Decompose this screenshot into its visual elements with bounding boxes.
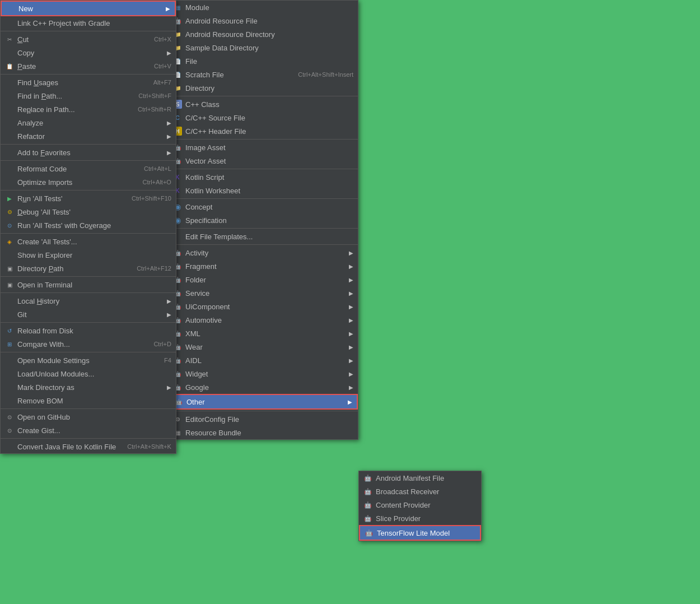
menu-item-debug-tests[interactable]: ⚙ Debug 'All Tests' (1, 205, 176, 219)
menu-item-load-unload[interactable]: Load/Unload Modules... (1, 367, 176, 380)
favorites-arrow: ▶ (167, 150, 171, 156)
menu-item-cut[interactable]: ✂ Cut Ctrl+X (1, 32, 176, 46)
menu-item-module[interactable]: ▦ Module (169, 1, 358, 14)
context-menu: New ▶ Link C++ Project with Gradle ✂ Cut… (0, 0, 176, 454)
reload-icon: ↺ (5, 326, 14, 335)
automotive-arrow: ▶ (349, 317, 353, 323)
menu-item-kotlin-worksheet[interactable]: K Kotlin Worksheet (169, 184, 358, 197)
menu-item-aidl[interactable]: 🤖 AIDL ▶ (169, 354, 358, 367)
menu-item-directory-path[interactable]: ▣ Directory Path Ctrl+Alt+F12 (1, 262, 176, 275)
run-icon: ▶ (5, 194, 14, 203)
menu-item-new[interactable]: New ▶ (1, 1, 176, 16)
menu-item-editorconfig[interactable]: ⚙ EditorConfig File (169, 412, 358, 426)
menu-item-create-tests[interactable]: ◈ Create 'All Tests'... (1, 235, 176, 248)
menu-item-open-terminal[interactable]: ▣ Open in Terminal (1, 278, 176, 291)
menu-item-xml[interactable]: 🤖 XML ▶ (169, 327, 358, 340)
menu-item-image-asset[interactable]: 🤖 Image Asset (169, 141, 358, 154)
menu-item-show-explorer[interactable]: Show in Explorer (1, 248, 176, 262)
create-icon: ◈ (5, 237, 14, 246)
menu-item-other[interactable]: 🤖 Other ▶ (169, 394, 358, 410)
separator (169, 169, 358, 169)
menu-item-convert-java[interactable]: Convert Java File to Kotlin File Ctrl+Al… (1, 440, 176, 453)
broadcast-icon: 🤖 (363, 487, 372, 496)
separator (169, 198, 358, 199)
menu-item-scratch-file[interactable]: 📄 Scratch File Ctrl+Alt+Shift+Insert (169, 68, 358, 81)
menu-item-module-settings[interactable]: Open Module Settings F4 (1, 354, 176, 367)
menu-item-copy[interactable]: Copy ▶ (1, 46, 176, 59)
menu-item-vector-asset[interactable]: 🤖 Vector Asset (169, 154, 358, 168)
refactor-icon (5, 132, 14, 141)
menu-item-uicomponent[interactable]: 🤖 UiComponent ▶ (169, 300, 358, 313)
menu-item-find-in-path[interactable]: Find in Path... Ctrl+Shift+F (1, 89, 176, 103)
menu-item-service[interactable]: 🤖 Service ▶ (169, 286, 358, 300)
menu-item-remove-bom[interactable]: Remove BOM (1, 394, 176, 407)
menu-item-run-tests[interactable]: ▶ Run 'All Tests' Ctrl+Shift+F10 (1, 192, 176, 205)
menu-item-concept[interactable]: ◉ Concept (169, 200, 358, 213)
menu-item-directory[interactable]: 📁 Directory (169, 81, 358, 95)
menu-item-android-resource-file[interactable]: 🤖 Android Resource File (169, 14, 358, 27)
menu-item-replace-in-path[interactable]: Replace in Path... Ctrl+Shift+R (1, 103, 176, 116)
menu-item-android-resource-dir[interactable]: 📁 Android Resource Directory (169, 27, 358, 41)
separator (1, 276, 176, 277)
copy-icon (5, 48, 14, 57)
menu-item-find-usages[interactable]: Find Usages Alt+F7 (1, 76, 176, 89)
menu-item-cpp-class[interactable]: S C++ Class (169, 97, 358, 111)
menu-item-resource-bundle[interactable]: ▦ Resource Bundle (169, 426, 358, 439)
service-arrow: ▶ (349, 290, 353, 296)
coverage-icon: ⊙ (5, 221, 14, 230)
folder-arrow: ▶ (349, 277, 353, 283)
menu-item-add-favorites[interactable]: Add to Favorites ▶ (1, 146, 176, 159)
analyze-icon (5, 118, 14, 127)
menu-item-activity[interactable]: 🤖 Activity ▶ (169, 246, 358, 259)
separator (1, 408, 176, 409)
menu-item-broadcast-receiver[interactable]: 🤖 Broadcast Receiver (359, 485, 481, 498)
separator (169, 244, 358, 245)
remove-bom-icon (5, 396, 14, 405)
explorer-icon (5, 250, 14, 259)
menu-item-kotlin-script[interactable]: K Kotlin Script (169, 170, 358, 184)
menu-item-google[interactable]: 🤖 Google ▶ (169, 380, 358, 394)
menu-item-edit-templates[interactable]: Edit File Templates... (169, 230, 358, 243)
menu-item-slice-provider[interactable]: 🤖 Slice Provider (359, 512, 481, 525)
menu-item-open-github[interactable]: ⊙ Open on GitHub (1, 410, 176, 424)
menu-item-file[interactable]: 📄 File (169, 54, 358, 68)
separator (169, 411, 358, 411)
compare-icon: ⊞ (5, 340, 14, 349)
github-icon: ⊙ (5, 412, 14, 421)
menu-item-optimize[interactable]: Optimize Imports Ctrl+Alt+O (1, 175, 176, 189)
slice-provider-icon: 🤖 (363, 514, 372, 523)
menu-item-reformat[interactable]: Reformat Code Ctrl+Alt+L (1, 162, 176, 175)
menu-item-compare[interactable]: ⊞ Compare With... Ctrl+D (1, 337, 176, 351)
menu-item-specification[interactable]: ◉ Specification (169, 213, 358, 227)
new-icon (6, 4, 15, 13)
menu-item-cpp-header[interactable]: H C/C++ Header File (169, 124, 358, 138)
menu-item-refactor[interactable]: Refactor ▶ (1, 129, 176, 143)
menu-item-run-coverage[interactable]: ⊙ Run 'All Tests' with Coverage (1, 219, 176, 232)
menu-item-tensorflow[interactable]: 🤖 TensorFlow Lite Model (359, 525, 481, 541)
menu-item-git[interactable]: Git ▶ (1, 308, 176, 321)
refactor-arrow: ▶ (167, 133, 171, 140)
menu-item-sample-data-dir[interactable]: 📁 Sample Data Directory (169, 41, 358, 54)
menu-item-wear[interactable]: 🤖 Wear ▶ (169, 340, 358, 354)
menu-item-android-manifest[interactable]: 🤖 Android Manifest File (359, 471, 481, 485)
favorites-icon (5, 148, 14, 157)
menu-item-create-gist[interactable]: ⊙ Create Gist... (1, 424, 176, 437)
find-usages-icon (5, 78, 14, 87)
aidl-arrow: ▶ (349, 357, 353, 364)
menu-item-paste[interactable]: 📋 Paste Ctrl+V (1, 59, 176, 73)
menu-item-widget[interactable]: 🤖 Widget ▶ (169, 367, 358, 380)
menu-item-content-provider[interactable]: 🤖 Content Provider (359, 498, 481, 512)
menu-item-reload[interactable]: ↺ Reload from Disk (1, 324, 176, 337)
menu-item-local-history[interactable]: Local History ▶ (1, 294, 176, 308)
menu-item-fragment[interactable]: 🤖 Fragment ▶ (169, 259, 358, 273)
menu-item-mark-directory[interactable]: Mark Directory as ▶ (1, 380, 176, 394)
menu-item-link-cpp[interactable]: Link C++ Project with Gradle (1, 16, 176, 30)
menu-item-cpp-source[interactable]: C C/C++ Source File (169, 111, 358, 124)
menu-item-automotive[interactable]: 🤖 Automotive ▶ (169, 313, 358, 327)
reformat-icon (5, 164, 14, 173)
menu-item-folder[interactable]: 🤖 Folder ▶ (169, 273, 358, 286)
load-unload-icon (5, 369, 14, 378)
gist-icon: ⊙ (5, 426, 14, 435)
menu-item-analyze[interactable]: Analyze ▶ (1, 116, 176, 129)
separator (1, 31, 176, 31)
